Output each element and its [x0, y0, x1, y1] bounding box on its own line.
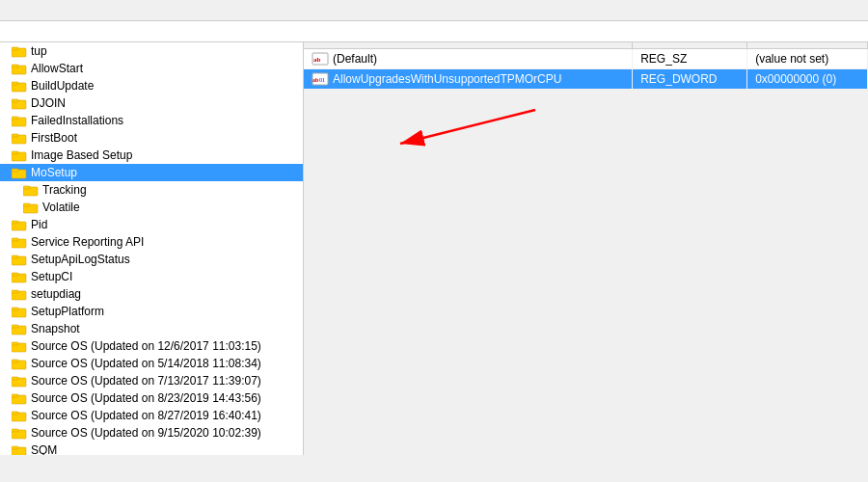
ab-icon: ab [312, 52, 329, 66]
folder-icon [12, 148, 27, 162]
address-bar [0, 21, 868, 42]
registry-data-cell: (value not set) [747, 49, 868, 69]
col-data [747, 42, 868, 49]
svg-rect-29 [12, 290, 18, 293]
svg-rect-9 [12, 117, 18, 120]
svg-rect-27 [12, 273, 18, 276]
folder-icon [12, 96, 27, 110]
folder-icon [23, 201, 39, 214]
folder-icon [12, 409, 27, 422]
svg-rect-37 [12, 360, 18, 362]
tree-item-label: Source OS (Updated on 8/23/2019 14:43:56… [31, 391, 261, 405]
folder-icon [12, 253, 27, 266]
tree-item-label: Pid [31, 218, 47, 231]
tree-item[interactable]: SetupApiLogStatus [0, 251, 303, 268]
folder-icon [12, 131, 27, 145]
tree-item[interactable]: Volatile [0, 199, 303, 216]
tree-item-label: SetupCI [31, 270, 72, 283]
svg-rect-41 [12, 394, 18, 397]
folder-icon [12, 357, 27, 370]
registry-data-cell: 0x00000000 (0) [747, 69, 868, 90]
tree-item[interactable]: BuildUpdate [0, 77, 303, 94]
svg-text:ab: ab [313, 56, 321, 64]
tree-item[interactable]: FirstBoot [0, 129, 303, 147]
folder-icon [12, 374, 27, 388]
tree-item[interactable]: DJOIN [0, 94, 303, 112]
tree-item-label: SQM [31, 443, 57, 455]
tree-item[interactable]: Snapshot [0, 320, 303, 337]
folder-icon [12, 391, 27, 405]
menu-help[interactable] [27, 9, 39, 13]
folder-icon [12, 443, 27, 455]
svg-rect-15 [12, 169, 18, 172]
tree-item-label: DJOIN [31, 96, 66, 110]
tree-item[interactable]: tup [0, 42, 303, 60]
table-row[interactable]: ab 01 AllowUpgradesWithUnsupportedTPMOrC… [304, 69, 868, 90]
tree-item-label: FirstBoot [31, 131, 77, 145]
tree-item[interactable]: setupdiag [0, 285, 303, 303]
svg-text:ab: ab [312, 77, 319, 83]
registry-type-cell: REG_DWORD [633, 69, 747, 90]
tree-item-label: Service Reporting API [31, 235, 144, 249]
tree-item[interactable]: Pid [0, 216, 303, 233]
svg-rect-21 [12, 221, 18, 224]
registry-name-text: AllowUpgradesWithUnsupportedTPMOrCPU [333, 72, 561, 86]
folder-icon [12, 287, 27, 301]
folder-icon [12, 166, 27, 179]
tree-item-label: SetupPlatform [31, 305, 104, 318]
tree-item[interactable]: FailedInstallations [0, 112, 303, 129]
svg-rect-7 [12, 99, 18, 102]
tree-item[interactable]: Source OS (Updated on 12/6/2017 11:03:15… [0, 337, 303, 355]
folder-icon [12, 270, 27, 283]
tree-item[interactable]: Service Reporting API [0, 233, 303, 251]
folder-icon [23, 183, 39, 197]
table-row[interactable]: ab (Default)REG_SZ(value not set) [304, 49, 868, 69]
svg-rect-19 [23, 203, 30, 206]
tree-item-label: FailedInstallations [31, 114, 123, 127]
registry-table: ab (Default)REG_SZ(value not set) ab 01 … [304, 42, 868, 90]
tree-item-label: Image Based Setup [31, 148, 132, 162]
tree-item[interactable]: AllowStart [0, 60, 303, 77]
tree-item[interactable]: Source OS (Updated on 5/14/2018 11:08:34… [0, 355, 303, 372]
folder-icon [12, 426, 27, 440]
tree-item[interactable]: Source OS (Updated on 9/15/2020 10:02:39… [0, 424, 303, 442]
tree-item[interactable]: Source OS (Updated on 8/23/2019 14:43:56… [0, 389, 303, 407]
svg-rect-3 [12, 65, 18, 67]
col-type [633, 42, 747, 49]
svg-rect-25 [12, 255, 18, 258]
svg-rect-39 [12, 377, 18, 380]
tree-item[interactable]: SQM [0, 442, 303, 455]
dword-icon: ab 01 [312, 72, 329, 86]
svg-rect-23 [12, 238, 18, 241]
svg-rect-45 [12, 429, 18, 432]
folder-icon [12, 305, 27, 318]
svg-text:01: 01 [319, 77, 325, 83]
registry-name-cell: ab 01 AllowUpgradesWithUnsupportedTPMOrC… [304, 69, 633, 90]
folder-icon [12, 44, 27, 58]
tree-item[interactable]: SetupPlatform [0, 303, 303, 320]
menu-bar [0, 0, 868, 21]
registry-values-panel: ab (Default)REG_SZ(value not set) ab 01 … [304, 42, 868, 90]
tree-item-label: Volatile [42, 201, 80, 214]
tree-item[interactable]: Tracking [0, 181, 303, 199]
tree-item-label: Source OS (Updated on 8/27/2019 16:40:41… [31, 409, 261, 422]
tree-item-label: Source OS (Updated on 5/14/2018 11:08:34… [31, 357, 261, 370]
tree-item[interactable]: Source OS (Updated on 7/13/2017 11:39:07… [0, 372, 303, 389]
svg-rect-43 [12, 412, 18, 415]
svg-rect-13 [12, 151, 18, 154]
tree-item-label: Source OS (Updated on 12/6/2017 11:03:15… [31, 339, 261, 353]
svg-rect-47 [12, 446, 18, 449]
folder-icon [12, 235, 27, 249]
menu-favorites[interactable] [4, 9, 15, 13]
svg-rect-11 [12, 134, 18, 137]
tree-item-label: Source OS (Updated on 9/15/2020 10:02:39… [31, 426, 261, 440]
tree-item[interactable]: SetupCI [0, 268, 303, 285]
svg-rect-33 [12, 325, 18, 328]
tree-item[interactable]: MoSetup [0, 164, 303, 181]
svg-rect-35 [12, 342, 18, 345]
tree-item-label: AllowStart [31, 62, 83, 75]
tree-item[interactable]: Image Based Setup [0, 147, 303, 164]
folder-icon [12, 322, 27, 335]
tree-item-label: Snapshot [31, 322, 80, 335]
tree-item[interactable]: Source OS (Updated on 8/27/2019 16:40:41… [0, 407, 303, 424]
